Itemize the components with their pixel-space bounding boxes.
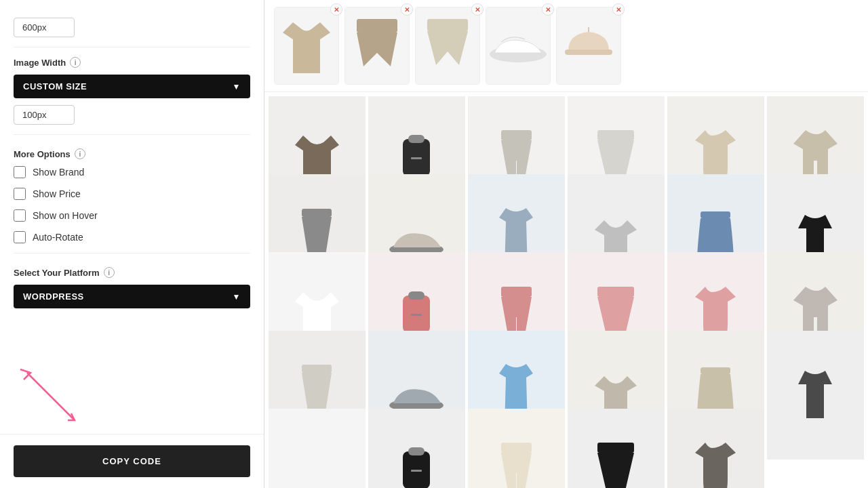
platform-value: WORDPRESS (23, 291, 84, 302)
item-2-image (345, 7, 409, 84)
item-4-image (486, 7, 550, 84)
remove-item-2-button[interactable]: ✕ (401, 3, 413, 16)
custom-size-label: CUSTOM SIZE (23, 81, 87, 92)
product-grid: ✓✓✓✓✓✓✓✓✓✓✓✓✓✓✓✓✓✓✓✓✓✓✓✓✓✓✓✓✓ (264, 92, 868, 488)
svg-rect-7 (501, 130, 532, 140)
platform-info-icon[interactable]: i (104, 267, 115, 278)
platform-dropdown[interactable]: WORDPRESS ▼ (14, 285, 250, 308)
sidebar: 600px Image Width i CUSTOM SIZE ▼ 100px … (0, 0, 264, 488)
shoes-icon (488, 27, 549, 64)
divider-2 (14, 134, 250, 135)
svg-rect-24 (597, 443, 634, 453)
remove-item-1-button[interactable]: ✕ (330, 3, 342, 16)
item-1-image (275, 7, 338, 84)
more-options-label: More Options (14, 149, 71, 159)
platform-label: Select Your Platform (14, 268, 100, 278)
more-options-label-row: More Options i (14, 148, 250, 159)
auto-rotate-label: Auto-Rotate (33, 232, 83, 243)
show-price-label: Show Price (33, 188, 81, 199)
more-options-info-icon[interactable]: i (75, 148, 85, 159)
product-image (475, 418, 558, 488)
image-width-info-icon[interactable]: i (70, 57, 81, 68)
svg-rect-5 (408, 135, 425, 143)
svg-rect-3 (565, 49, 612, 55)
more-options-section: More Options i Show Brand Show Price Sho… (14, 148, 250, 243)
svg-rect-21 (408, 447, 425, 455)
tshirt-icon (283, 16, 330, 77)
auto-rotate-row: Auto-Rotate (14, 231, 250, 243)
svg-rect-1 (427, 19, 468, 31)
product-cell[interactable]: ✓ (667, 409, 764, 488)
product-image (376, 418, 458, 488)
height-input-wrap: 600px (14, 18, 250, 37)
svg-rect-16 (597, 287, 634, 297)
product-image (276, 418, 359, 488)
svg-rect-9 (302, 209, 332, 217)
selected-item[interactable]: ✕ (556, 7, 621, 85)
image-width-section-label: Image Width i (14, 57, 250, 68)
product-cell[interactable]: ✓ (767, 331, 864, 460)
remove-item-4-button[interactable]: ✕ (542, 3, 554, 16)
selected-items-bar: ✕ ✕ ✕ (264, 0, 868, 92)
item-5-image (557, 7, 620, 84)
svg-rect-17 (302, 365, 332, 373)
svg-rect-0 (357, 19, 397, 33)
platform-section: Select Your Platform i WORDPRESS ▼ (14, 267, 250, 308)
selected-item[interactable]: ✕ (486, 7, 551, 85)
shorts-icon (353, 19, 401, 73)
svg-rect-19 (701, 367, 730, 374)
selected-item[interactable]: ✕ (274, 7, 339, 85)
show-price-checkbox[interactable] (14, 188, 26, 200)
show-on-hover-label: Show on Hover (33, 210, 98, 221)
show-price-row: Show Price (14, 188, 250, 200)
show-on-hover-row: Show on Hover (14, 209, 250, 222)
image-width-label: Image Width (14, 58, 66, 68)
svg-rect-20 (403, 451, 430, 488)
show-brand-label: Show Brand (33, 167, 84, 178)
svg-rect-14 (411, 314, 422, 316)
auto-rotate-checkbox[interactable] (14, 231, 26, 243)
hat-icon (561, 24, 616, 68)
chevron-down-icon: ▼ (233, 82, 241, 92)
divider-3 (14, 253, 250, 253)
platform-chevron-icon: ▼ (233, 292, 241, 302)
copy-code-section: COPY CODE (0, 434, 264, 488)
platform-label-row: Select Your Platform i (14, 267, 250, 278)
show-on-hover-checkbox[interactable] (14, 209, 26, 222)
main-content: ✕ ✕ ✕ (264, 0, 868, 488)
svg-rect-13 (408, 291, 425, 300)
svg-rect-8 (597, 130, 634, 140)
svg-rect-11 (701, 211, 730, 218)
show-brand-checkbox[interactable] (14, 166, 26, 178)
custom-size-dropdown[interactable]: CUSTOM SIZE ▼ (14, 75, 250, 98)
selected-item[interactable]: ✕ (415, 7, 480, 85)
show-brand-row: Show Brand (14, 166, 250, 178)
product-image (774, 340, 857, 450)
svg-rect-15 (501, 287, 532, 297)
width-input[interactable]: 100px (14, 105, 75, 125)
product-image (675, 418, 757, 488)
remove-item-5-button[interactable]: ✕ (612, 3, 625, 16)
item-3-image (416, 7, 479, 84)
svg-rect-23 (501, 443, 532, 453)
shorts2-icon (424, 19, 471, 73)
selected-item[interactable]: ✕ (344, 7, 410, 85)
copy-code-button[interactable]: COPY CODE (14, 445, 250, 477)
product-cell[interactable]: ✓ (368, 409, 465, 488)
svg-rect-6 (411, 157, 422, 159)
product-cell[interactable]: ✓ (468, 409, 565, 488)
product-cell[interactable]: ✓ (269, 409, 366, 488)
width-input-wrap: 100px (14, 105, 250, 125)
height-input[interactable]: 600px (14, 18, 75, 37)
product-image (575, 418, 658, 488)
divider-1 (14, 47, 250, 47)
svg-rect-22 (411, 470, 422, 472)
remove-item-3-button[interactable]: ✕ (471, 3, 484, 16)
product-cell[interactable]: ✓ (568, 409, 665, 488)
